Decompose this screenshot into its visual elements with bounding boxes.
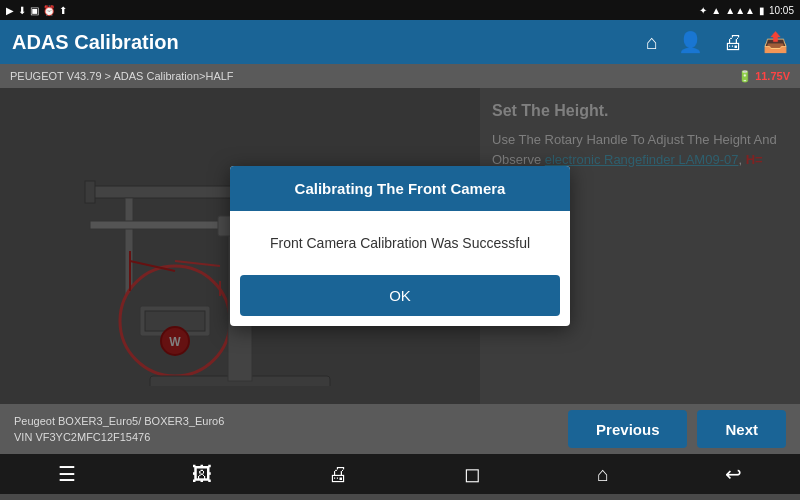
vehicle-line2: VIN VF3YC2MFC12F15476 [14,429,224,446]
dialog-box: Calibrating The Front Camera Front Camer… [230,166,570,326]
battery-icon: ▮ [759,5,765,16]
sd-icon: ▣ [30,5,39,16]
time-display: 10:05 [769,5,794,16]
wifi-icon: ▲ [711,5,721,16]
nav-square-icon[interactable]: ◻ [464,462,481,486]
nav-home-icon[interactable]: ⌂ [597,463,609,486]
export-icon[interactable]: 📤 [763,30,788,54]
status-right-icons: ✦ ▲ ▲▲▲ ▮ 10:05 [699,5,794,16]
previous-button[interactable]: Previous [568,410,687,448]
nav-gallery-icon[interactable]: 🖼 [192,463,212,486]
dialog-ok-button[interactable]: OK [240,275,560,316]
profile-icon[interactable]: 👤 [678,30,703,54]
upload-icon: ⬆ [59,5,67,16]
header-icons: ⌂ 👤 🖨 📤 [646,30,788,54]
vehicle-line1: Peugeot BOXER3_Euro5/ BOXER3_Euro6 [14,413,224,430]
main-content-wrapper: W [0,88,800,404]
app-icon: ▶ [6,5,14,16]
status-left-icons: ▶ ⬇ ▣ ⏰ ⬆ [6,5,67,16]
nav-back-icon[interactable]: ↩ [725,462,742,486]
dialog-header: Calibrating The Front Camera [230,166,570,211]
next-button[interactable]: Next [697,410,786,448]
nav-buttons: Previous Next [568,410,786,448]
voltage-display: 🔋 11.75V [738,70,790,83]
breadcrumb: PEUGEOT V43.79 > ADAS Calibration>HALF [10,70,234,82]
breadcrumb-bar: PEUGEOT V43.79 > ADAS Calibration>HALF 🔋… [0,64,800,88]
download-icon: ⬇ [18,5,26,16]
print-icon[interactable]: 🖨 [723,31,743,54]
app-title: ADAS Calibration [12,31,179,54]
alarm-icon: ⏰ [43,5,55,16]
dialog-overlay: Calibrating The Front Camera Front Camer… [0,88,800,404]
vehicle-info: Peugeot BOXER3_Euro5/ BOXER3_Euro6 VIN V… [14,413,224,446]
nav-printer-icon[interactable]: 🖨 [328,463,348,486]
status-bar: ▶ ⬇ ▣ ⏰ ⬆ ✦ ▲ ▲▲▲ ▮ 10:05 [0,0,800,20]
bottom-bar: Peugeot BOXER3_Euro5/ BOXER3_Euro6 VIN V… [0,404,800,454]
home-icon[interactable]: ⌂ [646,31,658,54]
app-header: ADAS Calibration ⌂ 👤 🖨 📤 [0,20,800,64]
dialog-body: Front Camera Calibration Was Successful [230,211,570,275]
bluetooth-icon: ✦ [699,5,707,16]
nav-menu-icon[interactable]: ☰ [58,462,76,486]
android-nav-bar: ☰ 🖼 🖨 ◻ ⌂ ↩ [0,454,800,494]
signal-icon: ▲▲▲ [725,5,755,16]
